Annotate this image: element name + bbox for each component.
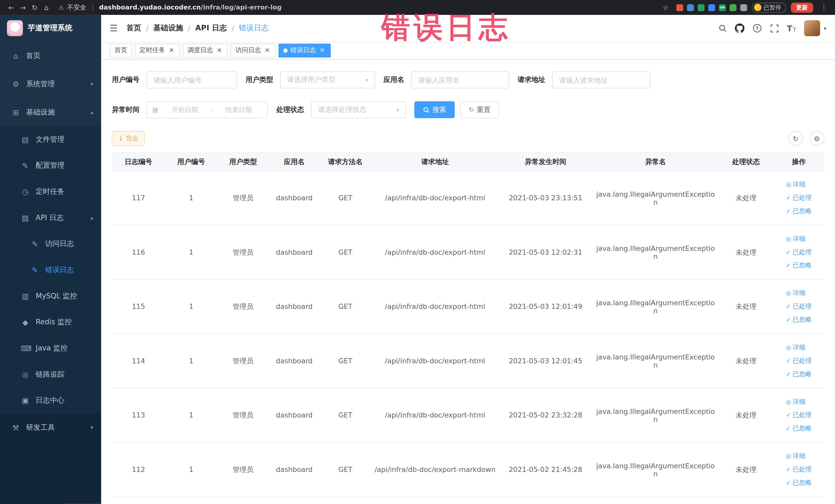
paused-badge[interactable]: 已暂停	[752, 2, 786, 12]
user-id-input[interactable]	[147, 72, 237, 88]
screen: ← → ↻ ⌂ ⚠ 不安全 | dashboard.yudao.iocoder.…	[0, 0, 835, 504]
breadcrumb-infrastructure[interactable]: 基础设施	[153, 23, 183, 33]
user-avatar[interactable]	[804, 20, 820, 36]
extension-leaf[interactable]	[730, 4, 736, 11]
sidebar-item-mysql-monitor[interactable]: ▥MySQL 监控	[0, 283, 101, 309]
github-icon[interactable]	[735, 23, 744, 33]
extension-blue[interactable]	[687, 4, 694, 11]
back-button[interactable]: ←	[5, 3, 17, 11]
column-header-status: 处理状态	[719, 153, 773, 171]
bookmark-star-icon[interactable]: ☆	[660, 3, 672, 11]
action-label: 详细	[793, 233, 806, 246]
close-icon[interactable]: ×	[319, 47, 326, 54]
browser-home-button[interactable]: ⌂	[41, 3, 53, 11]
help-icon[interactable]: ?	[752, 23, 762, 33]
tab-scheduled-tasks[interactable]: 定时任务×	[135, 43, 180, 57]
ignored-link[interactable]: ✓已忽略	[786, 422, 812, 435]
detail-link[interactable]: ◎详细	[786, 178, 806, 191]
sidebar-item-link-trace[interactable]: ◎链路追踪	[0, 361, 101, 387]
processed-link[interactable]: ✓已处理	[786, 245, 812, 259]
processed-link[interactable]: ✓已处理	[786, 354, 812, 368]
tab-schedule-log[interactable]: 调度日志×	[183, 43, 228, 57]
reload-button[interactable]: ↻	[29, 3, 41, 11]
sidebar-item-log-center[interactable]: ▣日志中心	[0, 387, 101, 414]
detail-link[interactable]: ◎详细	[786, 233, 806, 246]
extension-green-circle[interactable]	[698, 4, 705, 11]
user-type-select[interactable]: 请选择用户类型 ▾	[280, 72, 375, 88]
sidebar-item-redis-monitor[interactable]: ◆Redis 监控	[0, 309, 101, 335]
sidebar-item-label: 首页	[26, 51, 41, 60]
column-settings-button[interactable]: ⚙	[809, 131, 824, 146]
cell-app-name: dashboard	[269, 442, 320, 497]
process-status-select[interactable]: 请选择处理状态 ▾	[311, 101, 406, 118]
processed-link[interactable]: ✓已处理	[786, 463, 812, 476]
exception-time-range-picker[interactable]: ▦ 开始日期 - 结束日期	[147, 101, 268, 118]
detail-link[interactable]: ◎详细	[786, 286, 806, 300]
search-icon[interactable]	[718, 23, 727, 33]
update-button[interactable]: 更新	[791, 2, 813, 12]
sidebar-item-system-mgmt[interactable]: ⚙系统管理▾	[0, 70, 101, 98]
sidebar-item-dev-tools[interactable]: ⚒研发工具▾	[0, 414, 101, 442]
reset-button[interactable]: ↻ 重置	[460, 101, 499, 118]
sidebar-item-api-log[interactable]: ▨API 日志▴	[0, 205, 101, 231]
tab-access-log[interactable]: 访问日志×	[230, 43, 276, 57]
url-host: dashboard.yudao.iocoder.cn	[99, 4, 201, 11]
address-bar[interactable]: ⚠ 不安全 | dashboard.yudao.iocoder.cn/infra…	[59, 3, 282, 12]
sidebar-item-infrastructure[interactable]: ⊞基础设施▴	[0, 98, 101, 126]
extension-orange[interactable]	[676, 4, 683, 11]
breadcrumb-home[interactable]: 首页	[126, 23, 141, 33]
sidebar-item-home[interactable]: ⌂首页	[0, 42, 101, 70]
column-header-exception-name: 异常名	[592, 153, 719, 171]
sidebar-item-java-monitor[interactable]: ⌨Java 监控	[0, 335, 101, 361]
detail-link[interactable]: ◎详细	[786, 341, 806, 354]
tab-error-log[interactable]: 错误日志×	[279, 43, 331, 57]
font-size-icon[interactable]: TT	[787, 23, 796, 33]
detail-link[interactable]: ◎详细	[786, 449, 806, 463]
sidebar-item-label: 定时任务	[36, 187, 64, 196]
sidebar-item-config-mgmt[interactable]: ✎配置管理	[0, 152, 101, 178]
extension-on-badge[interactable]: on	[719, 4, 726, 11]
page-content: 用户编号 用户类型 请选择用户类型 ▾ 应用名	[101, 60, 835, 504]
cell-exception-time: 2021-05-03 12:02:31	[499, 225, 592, 280]
processed-link[interactable]: ✓已处理	[786, 300, 812, 313]
ignored-link[interactable]: ✓已忽略	[786, 367, 812, 381]
close-icon[interactable]: ×	[216, 47, 223, 54]
extension-grid[interactable]	[708, 4, 715, 11]
search-button[interactable]: 搜索	[414, 101, 455, 118]
export-button[interactable]: ↓ 导出	[112, 131, 145, 146]
ignored-link[interactable]: ✓已忽略	[786, 313, 812, 327]
detail-link[interactable]: ◎详细	[786, 395, 806, 408]
column-header-actions: 操作	[773, 153, 824, 171]
breadcrumb-api-log[interactable]: API 日志	[195, 23, 227, 33]
ignored-link[interactable]: ✓已忽略	[786, 205, 812, 218]
forward-button[interactable]: →	[17, 3, 29, 11]
request-url-input[interactable]	[552, 72, 650, 88]
table-row: 1141管理员dashboardGET/api/infra/db-doc/exp…	[112, 334, 824, 388]
table-toolbar: ↓ 导出 ↻ ⚙	[112, 131, 824, 146]
menu-kebab-icon[interactable]: ⋮	[818, 3, 830, 11]
extension-puzzle[interactable]	[740, 4, 747, 11]
close-icon[interactable]: ×	[264, 47, 271, 54]
close-icon[interactable]: ×	[168, 47, 175, 54]
tab-home[interactable]: 首页	[109, 43, 132, 57]
avatar-caret-icon[interactable]: ▾	[824, 25, 826, 31]
cell-app-name: dashboard	[269, 388, 320, 442]
sidebar-item-file-mgmt[interactable]: ▤文件管理	[0, 126, 101, 153]
sidebar-item-label: 文件管理	[36, 135, 64, 144]
refresh-table-button[interactable]: ↻	[788, 131, 803, 146]
ignored-link[interactable]: ✓已忽略	[786, 476, 812, 490]
fullscreen-icon[interactable]	[770, 23, 779, 33]
ignored-link[interactable]: ✓已忽略	[786, 259, 812, 272]
sidebar-item-access-log[interactable]: ✎访问日志	[0, 230, 101, 257]
sidebar-toggle-icon[interactable]: ☰	[109, 23, 118, 33]
app-name-input[interactable]	[411, 72, 509, 88]
sidebar-logo[interactable]: 芋道管理系统	[0, 15, 101, 42]
sidebar-item-error-log[interactable]: ✎错误日志	[0, 257, 101, 283]
log-center-icon: ▣	[21, 396, 30, 404]
error-log-table: 日志编号用户编号用户类型应用名请求方法名请求地址异常发生时间异常名处理状态操作 …	[112, 152, 824, 497]
cell-actions: ◎详细✓已处理✓已忽略	[773, 388, 824, 442]
request-url-label: 请求地址	[518, 75, 546, 85]
processed-link[interactable]: ✓已处理	[786, 408, 812, 422]
sidebar-item-scheduled-tasks[interactable]: ◷定时任务	[0, 178, 101, 205]
processed-link[interactable]: ✓已处理	[786, 191, 812, 205]
